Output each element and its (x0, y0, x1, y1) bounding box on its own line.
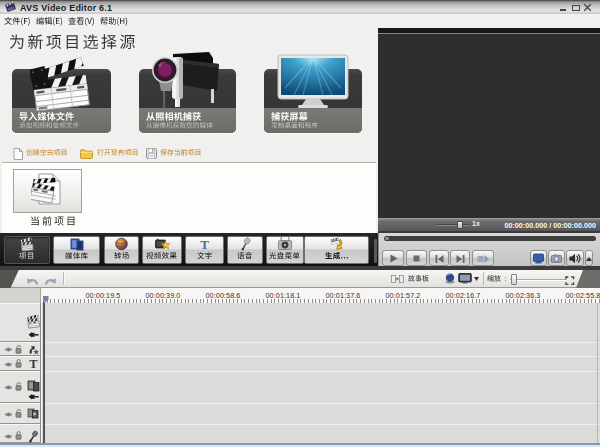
svg-text:T: T (29, 357, 38, 369)
svg-text:T: T (200, 237, 209, 251)
